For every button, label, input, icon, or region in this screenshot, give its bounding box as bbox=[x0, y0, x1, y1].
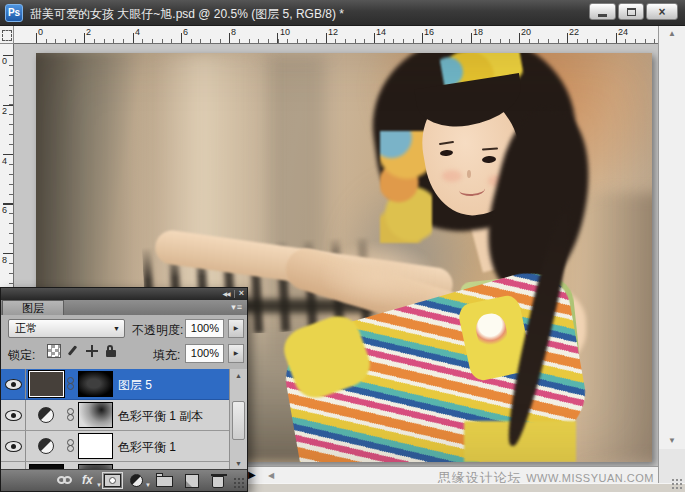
panel-menu-icon[interactable]: ▾≡ bbox=[231, 302, 243, 312]
photo-bg-gray-blur bbox=[334, 171, 486, 343]
photo-yellow-sleeve bbox=[278, 310, 376, 404]
scroll-up-icon[interactable]: ▲ bbox=[659, 29, 685, 38]
chevron-down-icon: ▼ bbox=[113, 320, 120, 337]
layer-thumbnail[interactable] bbox=[29, 371, 64, 397]
ruler-h-label: 14 bbox=[376, 27, 386, 37]
lock-transparency-icon[interactable] bbox=[47, 344, 61, 358]
new-layer-icon[interactable] bbox=[185, 474, 199, 488]
title-bar: Ps 甜美可爱的女孩 大眼仔~旭.psd @ 20.5% (图层 5, RGB/… bbox=[0, 0, 685, 26]
photo-girl-bangs bbox=[414, 73, 526, 133]
visibility-toggle[interactable] bbox=[1, 431, 26, 461]
photo-girl-smile bbox=[459, 182, 486, 197]
lock-pixels-icon[interactable] bbox=[66, 344, 80, 358]
minimize-icon bbox=[598, 14, 607, 17]
photo-girl-face bbox=[414, 86, 530, 223]
eye-icon bbox=[5, 441, 22, 452]
panel-header-bar[interactable]: ◀◀ × bbox=[1, 288, 247, 300]
document-title: 甜美可爱的女孩 大眼仔~旭.psd @ 20.5% (图层 5, RGB/8) … bbox=[30, 6, 344, 23]
photo-bg-orange-blur bbox=[364, 53, 652, 216]
visibility-toggle[interactable] bbox=[1, 400, 26, 430]
visibility-toggle[interactable] bbox=[1, 369, 26, 399]
fill-slider-button[interactable]: ▶ bbox=[228, 344, 244, 363]
ruler-v-label: 0 bbox=[2, 56, 7, 66]
adjustment-layer-icon[interactable] bbox=[38, 407, 54, 423]
adjustment-layer-icon[interactable] bbox=[38, 438, 54, 454]
mask-thumbnail[interactable] bbox=[78, 433, 113, 459]
window-controls: × bbox=[589, 3, 678, 20]
close-button[interactable]: × bbox=[646, 3, 678, 20]
delete-layer-icon[interactable] bbox=[212, 476, 224, 488]
mask-link-icon bbox=[66, 439, 75, 453]
layer-row[interactable]: 色彩平衡 1 副本 bbox=[1, 400, 247, 431]
photo-striped-dress bbox=[279, 261, 592, 462]
minimize-button[interactable] bbox=[589, 3, 616, 20]
layer-row[interactable]: 色彩平衡 1 bbox=[1, 431, 247, 462]
photo-girl-hands bbox=[322, 243, 434, 305]
close-panel-icon[interactable]: × bbox=[239, 289, 244, 298]
panel-tab-bar: 图层 ▾≡ bbox=[1, 300, 247, 315]
mask-link-icon bbox=[66, 408, 75, 422]
opacity-label: 不透明度: bbox=[132, 322, 183, 339]
scrollbar-thumb[interactable] bbox=[232, 401, 245, 440]
lock-all-icon[interactable] bbox=[104, 344, 118, 358]
opacity-slider-button[interactable]: ▶ bbox=[228, 319, 244, 338]
layer-name[interactable]: 色彩平衡 1 副本 bbox=[118, 408, 203, 425]
ruler-h-label: 16 bbox=[424, 27, 434, 37]
scroll-left-icon[interactable]: ◀ bbox=[268, 471, 274, 480]
layer-list: 图层 5 色彩平衡 1 副本 色彩平衡 1 图层 4 ▲ ▼ bbox=[1, 369, 247, 471]
photo-yellow-bib bbox=[457, 293, 534, 382]
ruler-h-label: 10 bbox=[280, 27, 290, 37]
status-menu-icon[interactable]: ▶ bbox=[248, 469, 256, 480]
photo-girl-hair bbox=[362, 53, 589, 242]
add-layer-mask-button[interactable] bbox=[102, 472, 123, 489]
ruler-h-label: 8 bbox=[231, 27, 236, 37]
scroll-down-icon[interactable]: ▼ bbox=[659, 436, 685, 445]
tab-layers[interactable]: 图层 bbox=[2, 300, 64, 315]
ruler-h-label: 4 bbox=[135, 27, 140, 37]
photo-hair-strand bbox=[500, 201, 579, 448]
ruler-h-label: 18 bbox=[473, 27, 483, 37]
eye-icon bbox=[5, 410, 22, 421]
mask-thumbnail[interactable] bbox=[78, 371, 113, 397]
panel-resize-grip[interactable] bbox=[233, 477, 245, 489]
horizontal-ruler: 0 2 4 6 8 10 12 14 16 18 20 22 24 bbox=[14, 26, 658, 44]
restore-button[interactable] bbox=[618, 3, 644, 20]
lock-buttons bbox=[47, 344, 118, 358]
ruler-h-label: 22 bbox=[569, 27, 579, 37]
link-layers-icon[interactable] bbox=[57, 476, 77, 486]
ruler-origin-box[interactable] bbox=[0, 26, 14, 44]
ruler-v-label: 6 bbox=[2, 205, 7, 215]
mask-link-icon bbox=[66, 377, 75, 391]
layer-mask-icon bbox=[104, 474, 121, 487]
layer-name[interactable]: 图层 5 bbox=[118, 377, 152, 394]
photoshop-app-icon: Ps bbox=[5, 4, 23, 22]
ruler-v-label: 4 bbox=[2, 156, 7, 166]
scroll-down-icon[interactable]: ▼ bbox=[230, 460, 247, 467]
ruler-v-label: 2 bbox=[2, 106, 7, 116]
scroll-up-icon[interactable]: ▲ bbox=[230, 372, 247, 379]
photo-girl-arm-lower bbox=[281, 243, 547, 361]
vertical-scrollbar[interactable]: ▲ ▼ bbox=[658, 26, 685, 449]
mask-thumbnail[interactable] bbox=[78, 402, 113, 428]
fill-input[interactable]: 100% bbox=[185, 344, 224, 363]
collapse-panel-icon[interactable]: ◀◀ bbox=[223, 290, 230, 297]
ruler-major-ticks bbox=[36, 33, 658, 43]
photo-green-top bbox=[459, 271, 581, 379]
photo-girl-brow-right bbox=[482, 147, 498, 150]
blend-mode-select[interactable]: 正常 ▼ bbox=[8, 319, 125, 338]
opacity-input[interactable]: 100% bbox=[185, 319, 224, 338]
layer-row-selected[interactable]: 图层 5 bbox=[1, 369, 247, 400]
new-adjustment-layer-icon[interactable] bbox=[130, 474, 143, 487]
layer-style-icon[interactable]: fx bbox=[82, 473, 93, 487]
layer-name[interactable]: 色彩平衡 1 bbox=[118, 439, 176, 456]
layer-list-scrollbar[interactable]: ▲ ▼ bbox=[229, 369, 247, 471]
ruler-h-label: 20 bbox=[521, 27, 531, 37]
layers-controls: 正常 ▼ 不透明度: 100% ▶ 锁定: 填充: 100% ▶ bbox=[1, 315, 247, 369]
photo-girl-ponytail bbox=[473, 101, 607, 303]
new-group-icon[interactable] bbox=[156, 476, 173, 487]
lock-position-icon[interactable] bbox=[85, 344, 99, 358]
blend-mode-value: 正常 bbox=[15, 322, 37, 334]
photo-hair-flowers bbox=[380, 131, 432, 243]
photo-bg-right-wall bbox=[579, 193, 652, 462]
window-resize-grip[interactable] bbox=[671, 478, 684, 491]
